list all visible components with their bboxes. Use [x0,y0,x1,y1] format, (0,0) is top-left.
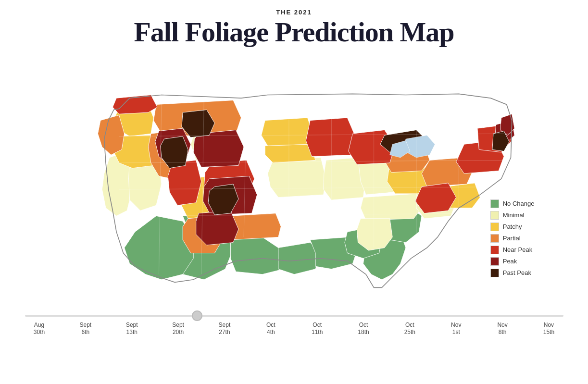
timeline-label: Oct18th [349,322,378,336]
timeline-label: Nov8th [488,322,517,336]
legend-label: Partial [503,235,521,242]
legend-swatch [490,223,499,231]
legend-item: Near Peak [490,246,535,254]
legend-item: No Change [490,199,535,208]
timeline-labels: Aug30thSept6thSept13thSept20thSept27thOc… [25,322,563,336]
legend-label: No Change [503,200,535,207]
legend-item: Past Peak [490,269,535,277]
legend-item: Minimal [490,211,535,220]
timeline-label: Aug30th [25,322,54,336]
timeline-label: Sept6th [71,322,100,336]
legend-item: Peak [490,257,535,266]
us-map [49,51,539,306]
legend-label: Patchy [503,223,522,230]
legend-swatch [490,257,499,266]
timeline-label: Sept27th [210,322,239,336]
map-legend: No ChangeMinimalPatchyPartialNear PeakPe… [490,199,535,277]
legend-swatch [490,269,499,277]
timeline-track[interactable] [25,315,563,317]
timeline-thumb[interactable] [192,310,202,321]
legend-label: Past Peak [503,269,531,276]
timeline-area: Aug30thSept6thSept13thSept20thSept27thOc… [25,315,563,336]
subtitle: THE 2021 [276,9,312,16]
legend-swatch [490,211,499,220]
legend-label: Minimal [503,211,525,219]
timeline-label: Nov15th [534,322,563,336]
legend-swatch [490,234,499,243]
timeline-label: Sept13th [117,322,146,336]
legend-item: Partial [490,234,535,243]
timeline-label: Oct11th [303,322,332,336]
timeline-label: Oct25th [395,322,424,336]
legend-swatch [490,246,499,254]
legend-item: Patchy [490,223,535,231]
legend-label: Near Peak [503,246,532,253]
timeline-label: Oct4th [256,322,285,336]
timeline-label: Sept20th [164,322,193,336]
legend-label: Peak [503,258,517,265]
timeline-label: Nov1st [442,322,471,336]
map-area: No ChangeMinimalPatchyPartialNear PeakPe… [49,51,539,306]
page-container: THE 2021 Fall Foliage Prediction Map [0,0,588,384]
main-title: Fall Foliage Prediction Map [134,17,454,48]
legend-swatch [490,199,499,208]
